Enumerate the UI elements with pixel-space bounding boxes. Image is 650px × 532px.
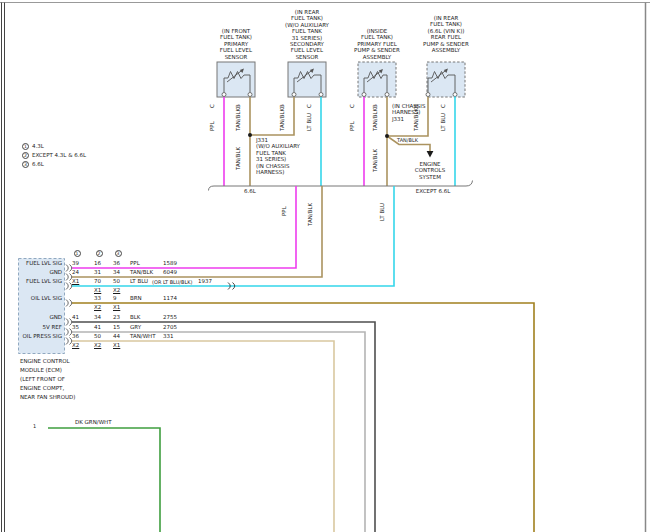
ecm-circuit-number: 1937 (198, 278, 212, 284)
ecm-pin: X1 (72, 278, 79, 284)
ecm-subpin: X2 (113, 287, 120, 293)
ecm-pin: 9 (113, 295, 117, 301)
ecm-signal-label: 5V REF (19, 324, 62, 330)
bottom-wire-pin: 1 (33, 423, 36, 429)
wire-color-label: TAN/BLK (235, 147, 242, 170)
sender-symbols (224, 69, 455, 93)
legend-label-2: EXCEPT 4.3L & 6.6L (32, 152, 86, 158)
ecm-wire-name: GRY (130, 324, 141, 330)
ecm-pin: 50 (113, 278, 120, 284)
ecm-signal-label: OIL PRESS SIG (19, 333, 62, 339)
front-tank-sensor-caption: (IN FRONT FUEL TANK) PRIMARY FUEL LEVEL … (199, 28, 273, 60)
ecm-column-header-2: 2 (96, 250, 103, 257)
ecm-pin: 15 (113, 324, 120, 330)
ecm-circuit-number: 2705 (163, 324, 177, 330)
ecm-pin: 70 (94, 278, 101, 284)
ecm-circuit-number: 2755 (163, 314, 177, 320)
ecm-connector-arcs (66, 265, 72, 345)
engine-controls-arrow (427, 151, 434, 158)
engine-controls-system-label: ENGINE CONTROLS SYSTEM (407, 161, 453, 180)
legend-num-2: 2 (22, 152, 29, 159)
ecm-subpin: X2 (94, 304, 101, 310)
ecm-column-header-3: 3 (115, 250, 122, 257)
wiring-diagram-page: 1 4.3L 2 EXCEPT 4.3L & 6.6L 3 6.6L (IN F… (0, 0, 650, 532)
ecm-circuit-number: 1589 (163, 260, 177, 266)
ecm-pin: 34 (113, 269, 120, 275)
ecm-wire-name-alt: (OR LT BLU/BLK) (152, 279, 192, 285)
ecm-signal-label: FUEL LVL SIG (19, 278, 62, 284)
ecm-pin: 34 (94, 314, 101, 320)
ecm-wire-name: TAN/BLK (130, 269, 153, 275)
rear-pump-caption: (IN REAR FUEL TANK) (6.6L (VIN K)) REAR … (409, 15, 483, 53)
legend-num-3: 3 (22, 161, 29, 168)
group-label-right: EXCEPT 6.6L (405, 188, 461, 194)
ecm-wire-name: PPL (130, 260, 140, 266)
ecm-pin: 16 (94, 260, 101, 266)
ecm-circuit-number: 1174 (163, 295, 177, 301)
terminal-pin: C (440, 104, 447, 108)
ecm-subpin: X1 (94, 287, 101, 293)
terminal-circles (222, 93, 457, 97)
ecm-subpin: X2 (94, 342, 101, 348)
wire-color-label: TAN/BLK (279, 108, 286, 131)
ecm-signal-label: OIL LVL SIG (19, 295, 62, 301)
ecm-subpin: X1 (113, 342, 120, 348)
legend-num-1: 1 (22, 143, 29, 150)
ecm-wire-name: TAN/WHT (130, 333, 156, 339)
splice-dot-j331-left (248, 133, 252, 137)
ecm-pin: 39 (72, 260, 79, 266)
wire-color-label: TAN/BLK (397, 137, 418, 143)
wire-color-label: LT BLU (379, 203, 386, 221)
ecm-signal-label: FUEL LVL SIG (19, 260, 62, 266)
ecm-pin: 41 (72, 314, 79, 320)
wire-color-label: PPL (209, 121, 216, 131)
ecm-caption: ENGINE CONTROL MODULE (ECM) (LEFT FRONT … (20, 357, 75, 402)
terminal-pin: C (349, 104, 356, 108)
terminal-pin: C (209, 104, 216, 108)
wire-color-label: TAN/BLK (372, 149, 379, 172)
wire-color-label: PPL (281, 206, 288, 216)
wire-color-label: LT BLU (440, 113, 447, 131)
wire-color-label: TAN/BLK (307, 203, 314, 226)
ecm-pin: 44 (113, 333, 120, 339)
ecm-pin: 50 (94, 333, 101, 339)
ecm-pin: 23 (113, 314, 120, 320)
terminal-pin: C (306, 104, 313, 108)
wire-color-label: LT BLU (306, 113, 313, 131)
ecm-pin: 24 (72, 269, 79, 275)
ecm-pin: 41 (94, 324, 101, 330)
wire-color-label: TAN/BLK (372, 108, 379, 131)
ecm-subpin: X2 (72, 342, 79, 348)
splice-j331-left-label: J331 (W/O AUXILIARY FUEL TANK 31 SERIES)… (256, 137, 300, 175)
ecm-wire-name: BLK (130, 314, 140, 320)
ecm-signal-label: GND (19, 269, 62, 275)
ecm-signal-label: GND (19, 314, 62, 320)
primary-pump-caption: (INSIDE FUEL TANK) PRIMARY FUEL PUMP & S… (340, 28, 414, 60)
trunk-wires (48, 186, 534, 532)
bottom-wire-label: DK GRN/WHT (75, 419, 112, 425)
legend-label-1: 4.3L (32, 143, 44, 149)
ecm-circuit-number: 6049 (163, 269, 177, 275)
ecm-pin: 36 (72, 333, 79, 339)
wire-color-label: PPL (349, 121, 356, 131)
ecm-pin: 33 (94, 295, 101, 301)
ecm-pin: 36 (113, 260, 120, 266)
splice-dot-j331-right (385, 134, 389, 138)
ecm-wire-name: BRN (130, 295, 142, 301)
ecm-circuit-number: 331 (163, 333, 174, 339)
ecm-column-header-1: 1 (74, 250, 81, 257)
legend-label-3: 6.6L (32, 161, 44, 167)
ecm-pin: 35 (72, 324, 79, 330)
ecm-pin: 31 (94, 269, 101, 275)
ecm-wire-name: LT BLU (130, 278, 148, 284)
wiring-svg (0, 0, 650, 532)
rear-tank-sensor-caption: (IN REAR FUEL TANK) (W/O AUXILIARY FUEL … (267, 9, 347, 60)
wire-color-label: TAN/BLK (235, 108, 242, 131)
splice-j331-right-label: (IN CHASSIS HARNESS) J331 (392, 103, 425, 122)
group-label-left: 6.6L (235, 188, 265, 194)
ecm-subpin: X1 (113, 304, 120, 310)
